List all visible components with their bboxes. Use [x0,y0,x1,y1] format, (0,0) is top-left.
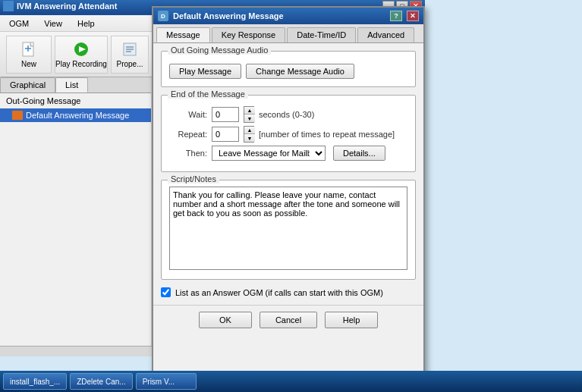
repeat-down[interactable]: ▼ [244,134,255,142]
play-recording-label: Play Recording [55,60,107,68]
dialog-tabs: Message Key Response Date-Time/ID Advanc… [153,24,423,43]
dialog-help-btn[interactable]: ? [390,11,402,21]
dialog: D Default Answering Message ? ✕ Message … [152,6,425,381]
tree-ogm[interactable]: Out-Going Message [0,93,151,108]
dialog-titlebar: D Default Answering Message ? ✕ [153,8,423,24]
details-btn[interactable]: Details... [333,146,385,161]
tree-default-answering[interactable]: Default Answering Message [0,108,151,122]
then-row: Then: Leave Message for Mailbox... Detai… [169,146,407,161]
outgoing-group: Out Going Message Audio Play Message Cha… [161,51,416,87]
checkbox-row: List as an Answer OGM (if calls can star… [161,287,416,297]
dialog-footer: OK Cancel Help [153,305,423,334]
folder-icon [12,111,23,120]
taskbar-item-0[interactable]: install_flash_... [3,373,67,390]
dialog-icon: D [158,11,168,21]
menu-ogm[interactable]: OGM [6,17,32,30]
dialog-body: Out Going Message Audio Play Message Cha… [153,43,423,305]
wait-row: Wait: 0 ▲ ▼ seconds (0-30) [169,106,407,123]
script-label: Script/Notes [168,174,219,183]
new-button[interactable]: New [6,36,52,74]
play-message-btn[interactable]: Play Message [169,64,241,79]
script-container [169,187,407,271]
wait-spinner[interactable]: ▲ ▼ [244,106,254,123]
wait-label: Wait: [169,110,207,119]
taskbar: install_flash_... ZDelete Can... Prism V… [0,371,582,392]
wait-unit: seconds (0-30) [259,110,314,119]
end-of-message-group: End of the Message Wait: 0 ▲ ▼ seconds (… [161,95,416,172]
repeat-up[interactable]: ▲ [244,127,255,134]
wait-value: 0 [215,110,220,119]
menu-help[interactable]: Help [74,17,98,30]
dialog-title: Default Answering Message [173,11,385,20]
panel-tabs: Graphical List [0,77,151,93]
script-textarea[interactable] [169,187,407,270]
outgoing-group-label: Out Going Message Audio [168,45,271,55]
wait-input[interactable]: 0 [212,107,239,122]
script-group: Script/Notes [161,180,416,280]
play-recording-button[interactable]: Play Recording [55,36,108,74]
tab-list[interactable]: List [55,77,88,93]
new-icon [20,40,38,58]
tab-key-response[interactable]: Key Response [212,27,286,42]
dialog-close-btn[interactable]: ✕ [407,11,419,21]
help-btn[interactable]: Help [325,312,378,328]
repeat-input[interactable]: 0 [212,127,239,142]
w2-icon [3,1,14,11]
props-icon [121,40,139,58]
taskbar-item-1[interactable]: ZDelete Can... [70,373,132,390]
left-panel: Graphical List Out-Going Message Default… [0,77,152,356]
cancel-btn[interactable]: Cancel [260,312,317,328]
wait-up[interactable]: ▲ [244,107,255,114]
answer-ogm-checkbox[interactable] [161,287,171,297]
repeat-spinner[interactable]: ▲ ▼ [244,126,254,143]
wait-down[interactable]: ▼ [244,114,255,122]
outgoing-btn-row: Play Message Change Message Audio [169,64,407,79]
tab-advanced[interactable]: Advanced [357,27,414,42]
taskbar-item-2[interactable]: Prism V... [136,373,197,390]
repeat-label: Repeat: [169,130,207,139]
change-audio-btn[interactable]: Change Message Audio [246,64,354,79]
properties-button[interactable]: Prope... [111,36,149,74]
tab-datetime[interactable]: Date-Time/ID [287,27,356,42]
menu-view[interactable]: View [41,17,65,30]
repeat-row: Repeat: 0 ▲ ▼ [number of times to repeat… [169,126,407,143]
tab-message[interactable]: Message [156,27,210,42]
new-label: New [21,60,36,68]
tab-graphical[interactable]: Graphical [0,77,55,93]
then-select[interactable]: Leave Message for Mailbox... [212,146,326,161]
checkbox-label: List as an Answer OGM (if calls can star… [175,288,383,297]
ok-btn[interactable]: OK [199,312,252,328]
play-icon [72,40,90,58]
props-label: Prope... [116,60,143,68]
end-of-message-label: End of the Message [168,89,248,99]
svg-text:D: D [161,13,165,20]
then-label: Then: [169,149,207,158]
repeat-value: 0 [215,130,220,139]
repeat-unit: [number of times to repeat message] [259,130,395,139]
